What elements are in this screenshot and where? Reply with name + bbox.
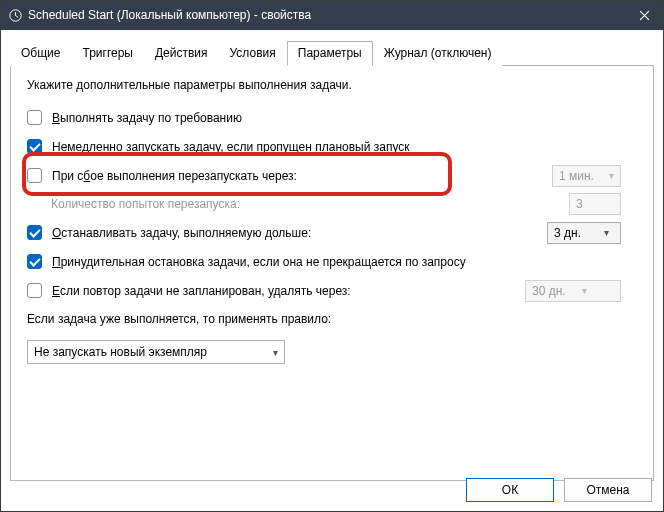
label-run-missed: Немедленно запускать задачу, если пропущ… xyxy=(52,140,410,154)
checkbox-run-missed[interactable] xyxy=(27,139,42,154)
checkbox-stop-after[interactable] xyxy=(27,225,42,240)
pane-hint: Укажите дополнительные параметры выполне… xyxy=(27,78,637,92)
tab-general[interactable]: Общие xyxy=(10,41,71,66)
row-restart-count: Количество попыток перезапуска: 3 xyxy=(51,197,637,211)
row-force-stop: Принудительная остановка задачи, если он… xyxy=(27,254,637,269)
chevron-down-icon: ▾ xyxy=(578,285,591,296)
close-icon xyxy=(639,10,650,21)
close-button[interactable] xyxy=(624,0,664,30)
clock-icon xyxy=(8,8,22,22)
spinner-restart-count: 3 xyxy=(569,193,621,215)
tab-conditions[interactable]: Условия xyxy=(219,41,287,66)
cancel-button[interactable]: Отмена xyxy=(564,478,652,502)
checkbox-restart[interactable] xyxy=(27,168,42,183)
combo-stop-after[interactable]: 3 дн.▾ xyxy=(547,222,621,244)
title-bar: Scheduled Start (Локальный компьютер) - … xyxy=(0,0,664,30)
label-allow-demand: Выполнять задачу по требованию xyxy=(52,111,242,125)
chevron-down-icon: ▾ xyxy=(273,347,278,358)
tab-settings[interactable]: Параметры xyxy=(287,41,373,66)
label-stop-after: Останавливать задачу, выполняемую дольше… xyxy=(52,226,311,240)
row-run-missed: Немедленно запускать задачу, если пропущ… xyxy=(27,139,637,154)
dialog-footer: ОК Отмена xyxy=(466,478,652,502)
ok-button[interactable]: ОК xyxy=(466,478,554,502)
row-allow-demand: Выполнять задачу по требованию xyxy=(27,110,637,125)
tab-strip: Общие Триггеры Действия Условия Параметр… xyxy=(10,40,654,66)
checkbox-allow-demand[interactable] xyxy=(27,110,42,125)
tab-actions[interactable]: Действия xyxy=(144,41,219,66)
row-restart: При сбое выполнения перезапускать через:… xyxy=(27,168,637,183)
row-delete-after: Если повтор задачи не запланирован, удал… xyxy=(27,283,637,298)
checkbox-delete-after[interactable] xyxy=(27,283,42,298)
tab-history[interactable]: Журнал (отключен) xyxy=(373,41,503,66)
row-rule-combo: Не запускать новый экземпляр▾ xyxy=(27,340,637,364)
label-rule: Если задача уже выполняется, то применят… xyxy=(27,312,331,326)
label-restart: При сбое выполнения перезапускать через: xyxy=(52,169,297,183)
chevron-down-icon: ▾ xyxy=(600,227,613,238)
row-stop-after: Останавливать задачу, выполняемую дольше… xyxy=(27,225,637,240)
window-title: Scheduled Start (Локальный компьютер) - … xyxy=(28,8,624,22)
row-rule-label: Если задача уже выполняется, то применят… xyxy=(27,312,637,326)
settings-pane: Укажите дополнительные параметры выполне… xyxy=(10,66,654,481)
combo-delete-after: 30 дн.▾ xyxy=(525,280,621,302)
combo-restart-interval: 1 мин.▾ xyxy=(552,165,621,187)
chevron-down-icon: ▾ xyxy=(605,170,618,181)
label-force-stop: Принудительная остановка задачи, если он… xyxy=(52,255,466,269)
label-restart-count: Количество попыток перезапуска: xyxy=(51,197,240,211)
combo-rule[interactable]: Не запускать новый экземпляр▾ xyxy=(27,340,285,364)
label-delete-after: Если повтор задачи не запланирован, удал… xyxy=(52,284,351,298)
tab-triggers[interactable]: Триггеры xyxy=(71,41,144,66)
checkbox-force-stop[interactable] xyxy=(27,254,42,269)
